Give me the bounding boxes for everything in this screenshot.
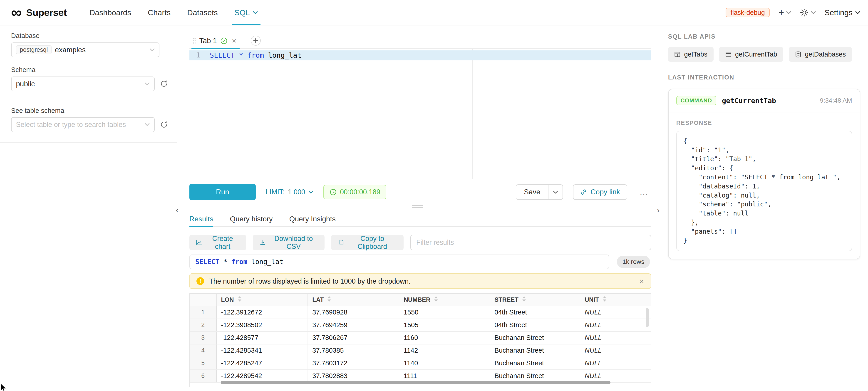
column-header-street[interactable]: STREET bbox=[490, 294, 580, 306]
cell: 37.7806267 bbox=[308, 331, 399, 344]
cell: -122.4285341 bbox=[216, 344, 308, 357]
horizontal-scrollbar[interactable] bbox=[221, 381, 611, 384]
sidebar-divider bbox=[0, 142, 177, 142]
environment-badge: flask-debug bbox=[725, 8, 770, 17]
cell: NULL bbox=[580, 306, 650, 319]
current-tab-icon bbox=[725, 51, 732, 58]
sql-code-line: SELECT * from long_lat bbox=[210, 51, 301, 60]
resize-grip-icon bbox=[412, 205, 423, 209]
table-row: 2-122.390850237.7694259150504th StreetNU… bbox=[190, 319, 651, 331]
row-index: 5 bbox=[190, 357, 216, 370]
superset-logo[interactable]: ∞ Superset bbox=[11, 5, 67, 20]
settings-menu[interactable]: Settings bbox=[825, 8, 860, 17]
drag-grip-icon[interactable] bbox=[193, 37, 196, 44]
download-csv-button[interactable]: Download to CSV bbox=[253, 235, 324, 250]
command-name: getCurrentTab bbox=[722, 97, 776, 105]
table-select[interactable] bbox=[11, 117, 155, 132]
add-tab-button[interactable] bbox=[251, 36, 261, 46]
column-header-lat[interactable]: LAT bbox=[308, 294, 399, 306]
create-chart-button[interactable]: Create chart bbox=[189, 235, 246, 250]
cell: 37.7694259 bbox=[308, 319, 399, 331]
save-options-caret[interactable] bbox=[549, 184, 563, 200]
column-header-lon[interactable]: LON bbox=[216, 294, 308, 306]
row-count-badge: 1k rows bbox=[617, 256, 650, 268]
copy-link-button[interactable]: Copy link bbox=[573, 184, 627, 200]
table-search-input[interactable] bbox=[16, 121, 141, 129]
run-button[interactable]: Run bbox=[189, 184, 256, 200]
navbar-right: flask-debug + Settings bbox=[725, 8, 860, 17]
interaction-card-header: COMMAND getCurrentTab 9:34:48 AM bbox=[669, 89, 860, 112]
refresh-tables-icon[interactable] bbox=[160, 121, 168, 129]
theme-toggle[interactable] bbox=[800, 8, 815, 17]
last-interaction-title: LAST INTERACTION bbox=[668, 74, 860, 81]
tab-query-insights[interactable]: Query Insights bbox=[289, 211, 336, 226]
close-tab-icon[interactable]: × bbox=[232, 37, 237, 44]
cell: -122.428577 bbox=[216, 331, 308, 344]
api-buttons-row: getTabs getCurrentTab getDatabases bbox=[668, 47, 860, 62]
copy-clipboard-button[interactable]: Copy to Clipboard bbox=[331, 235, 404, 250]
results-tabbar: Results Query history Query Insights bbox=[189, 211, 651, 227]
database-icon bbox=[795, 51, 802, 58]
command-badge: COMMAND bbox=[676, 96, 716, 105]
pane-resize-handle[interactable] bbox=[177, 204, 658, 208]
sort-icon[interactable] bbox=[238, 296, 242, 302]
caret-down-icon bbox=[786, 11, 791, 14]
line-number: 1 bbox=[189, 51, 207, 60]
collapse-right-panel-button[interactable]: › bbox=[654, 206, 662, 215]
new-item-menu[interactable]: + bbox=[778, 8, 791, 17]
tab-query-history[interactable]: Query history bbox=[230, 211, 273, 226]
cell: Buchanan Street bbox=[490, 331, 580, 344]
main-nav: Dashboards Charts Datasets SQL bbox=[81, 0, 266, 25]
executed-query-preview: SELECT * from long_lat bbox=[189, 255, 609, 269]
cell: -122.3908502 bbox=[216, 319, 308, 331]
nav-charts[interactable]: Charts bbox=[140, 0, 179, 25]
get-databases-button[interactable]: getDatabases bbox=[789, 47, 852, 62]
navbar: ∞ Superset Dashboards Charts Datasets SQ… bbox=[0, 0, 868, 26]
query-timer: 00:00:00.189 bbox=[323, 185, 386, 199]
caret-down-icon bbox=[253, 11, 258, 14]
more-actions-button[interactable]: … bbox=[637, 187, 651, 197]
sort-icon[interactable] bbox=[603, 296, 607, 302]
collapse-left-panel-button[interactable]: ‹ bbox=[173, 206, 181, 215]
superset-logo-icon: ∞ bbox=[11, 5, 22, 20]
sql-editor-area: Tab 1 × 1 SELECT * from long_lat Run LIM… bbox=[177, 26, 658, 391]
cell: 1550 bbox=[399, 306, 490, 319]
cell: Buchanan Street bbox=[490, 370, 580, 382]
nav-sql[interactable]: SQL bbox=[226, 0, 266, 25]
refresh-schemas-icon[interactable] bbox=[160, 80, 168, 88]
table-row: 4-122.428534137.7803851142Buchanan Stree… bbox=[190, 344, 651, 357]
row-index: 2 bbox=[190, 319, 216, 331]
column-header-unit[interactable]: UNIT bbox=[580, 294, 650, 306]
save-button[interactable]: Save bbox=[516, 184, 549, 200]
column-header-number[interactable]: NUMBER bbox=[399, 294, 490, 306]
tab-results[interactable]: Results bbox=[189, 211, 214, 226]
sort-icon[interactable] bbox=[434, 296, 439, 302]
get-current-tab-button[interactable]: getCurrentTab bbox=[719, 47, 783, 62]
cell: 37.780385 bbox=[308, 344, 399, 357]
nav-dashboards[interactable]: Dashboards bbox=[81, 0, 140, 25]
check-circle-icon bbox=[220, 37, 227, 44]
schema-select[interactable]: public bbox=[11, 76, 155, 92]
filter-results-input[interactable] bbox=[410, 235, 651, 250]
cell: 1140 bbox=[399, 357, 490, 370]
vertical-scrollbar[interactable] bbox=[646, 308, 649, 327]
chevron-down-icon bbox=[150, 48, 155, 52]
get-tabs-button[interactable]: getTabs bbox=[668, 47, 714, 62]
close-alert-icon[interactable]: × bbox=[639, 277, 644, 286]
limit-dropdown[interactable]: LIMIT: 1 000 bbox=[266, 188, 313, 196]
plus-icon bbox=[253, 38, 258, 43]
cell: NULL bbox=[580, 319, 650, 331]
nav-datasets[interactable]: Datasets bbox=[179, 0, 226, 25]
interaction-timestamp: 9:34:48 AM bbox=[820, 97, 852, 104]
cell: NULL bbox=[580, 357, 650, 370]
sort-icon[interactable] bbox=[328, 296, 332, 302]
sort-icon[interactable] bbox=[522, 296, 527, 302]
cell: Buchanan Street bbox=[490, 344, 580, 357]
query-tab-1[interactable]: Tab 1 × bbox=[189, 33, 242, 48]
sql-code-editor[interactable]: 1 SELECT * from long_lat bbox=[189, 49, 651, 180]
tabs-icon bbox=[674, 51, 681, 58]
database-type-tag: postgresql bbox=[16, 45, 52, 55]
results-table-body: 1-122.391267237.7690928155004th StreetNU… bbox=[190, 306, 651, 382]
row-index: 1 bbox=[190, 306, 216, 319]
database-select[interactable]: postgresql examples bbox=[11, 42, 159, 58]
